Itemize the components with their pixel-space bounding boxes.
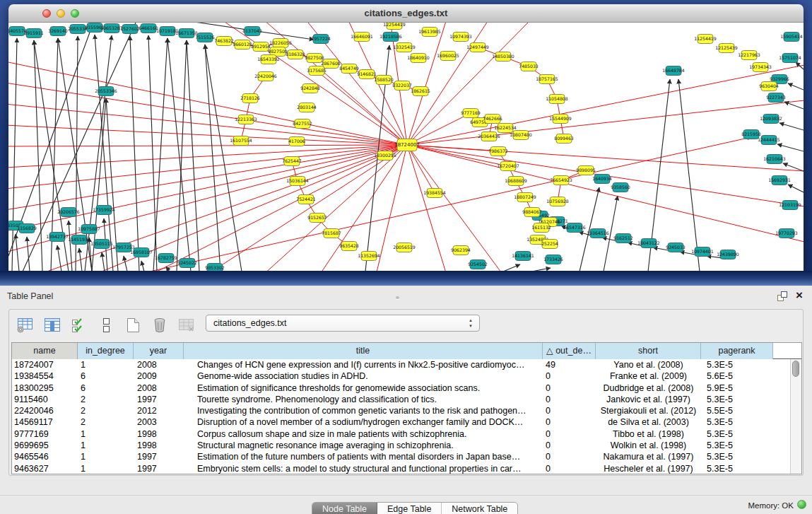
tab-edge-table[interactable]: Edge Table — [377, 503, 442, 514]
graph-node[interactable]: 9227343 — [766, 93, 786, 103]
graph-node[interactable]: 9898095 — [576, 166, 596, 175]
attribute-table[interactable]: namein_degreeyeartitle△ out_de…shortpage… — [11, 342, 802, 474]
graph-node[interactable]: 12093832 — [760, 115, 782, 124]
table-row[interactable]: 2242004622012Investigating the contribut… — [12, 405, 801, 416]
delete-column-icon[interactable] — [151, 317, 169, 334]
row-height-icon[interactable] — [97, 317, 115, 334]
graph-node[interactable]: 8915911 — [24, 29, 44, 38]
graph-node[interactable]: 18757165 — [536, 75, 558, 84]
float-panel-icon[interactable] — [777, 291, 788, 302]
tab-node-table[interactable]: Node Table — [312, 503, 377, 514]
graph-node[interactable]: 16648784 — [662, 66, 685, 76]
graph-node[interactable]: 16547316 — [563, 223, 586, 233]
graph-node[interactable]: 18640910 — [407, 54, 430, 63]
graph-node[interactable]: 9660128 — [233, 40, 252, 49]
graph-node[interactable]: 3269140 — [48, 27, 68, 36]
graph-node[interactable]: 13505115 — [90, 240, 113, 249]
graph-node[interactable]: 12439890 — [717, 250, 739, 259]
graph-node[interactable]: 12217963 — [738, 51, 760, 60]
table-row[interactable]: 911546021997Tourette syndrome. Phenomeno… — [12, 394, 801, 405]
graph-node[interactable]: 6466160 — [139, 24, 158, 33]
show-columns-icon[interactable] — [43, 317, 61, 334]
graph-node[interactable]: 7485033 — [519, 62, 539, 71]
graph-node[interactable]: 16958107 — [130, 248, 153, 257]
graph-node[interactable]: 9245033 — [666, 243, 686, 252]
graph-node[interactable]: 7957224 — [311, 35, 331, 44]
graph-node[interactable]: 11451934 — [68, 235, 90, 245]
graph-node[interactable]: 1588520 — [374, 76, 394, 85]
network-window[interactable]: citations_edges.txt 64055748915911326914… — [8, 4, 804, 271]
graph-node[interactable]: 9630404 — [759, 82, 779, 91]
column-header-year[interactable]: year — [134, 343, 184, 359]
graph-node[interactable]: 252254 — [541, 240, 558, 249]
graph-node[interactable]: 12125439 — [715, 44, 738, 53]
table-row[interactable]: 977716911998Corpus callosum shape and si… — [12, 428, 801, 440]
table-row[interactable]: 969969511998Structural magnetic resonanc… — [12, 440, 801, 451]
graph-node[interactable]: 14136141 — [512, 252, 534, 261]
close-panel-icon[interactable]: × — [794, 291, 805, 302]
graph-node[interactable]: 9884067 — [522, 208, 542, 217]
graph-node[interactable]: 15036144 — [286, 177, 309, 186]
column-header-in_degree[interactable]: in_degree — [78, 343, 134, 359]
graph-node[interactable]: 9245022 — [177, 259, 197, 268]
graph-node[interactable]: 16782759 — [155, 254, 177, 263]
delete-table-icon[interactable] — [177, 317, 196, 334]
graph-node[interactable]: 18807249 — [514, 193, 536, 202]
graph-node[interactable]: 22420046 — [254, 72, 277, 81]
graph-node[interactable]: 7524421 — [296, 195, 316, 204]
graph-node[interactable]: 20364436 — [478, 132, 500, 141]
graph-node[interactable]: 8322037 — [392, 81, 412, 90]
graph-node[interactable]: 19770293 — [775, 229, 798, 238]
graph-node[interactable]: 7986372 — [488, 147, 508, 156]
graph-node[interactable]: 2803144 — [297, 103, 317, 112]
graph-node[interactable]: 10807480 — [510, 131, 532, 140]
graph-node[interactable]: 12213363 — [235, 115, 257, 124]
graph-node[interactable]: 11352694 — [358, 252, 380, 261]
graph-node[interactable]: 9635428 — [339, 242, 359, 251]
graph-node[interactable]: 18043122 — [637, 239, 660, 248]
tab-network-table[interactable]: Network Table — [442, 503, 517, 514]
graph-node[interactable]: 18226058 — [269, 39, 292, 48]
graph-node[interactable]: 16720407 — [497, 162, 519, 171]
graph-node[interactable]: 10974393 — [449, 33, 472, 42]
graph-node[interactable]: 20206576 — [57, 208, 80, 217]
table-mode-icon[interactable] — [16, 317, 35, 334]
graph-node[interactable]: 9062394 — [451, 246, 471, 255]
graph-node[interactable]: 16107554 — [230, 136, 252, 146]
graph-node[interactable]: 13942737 — [46, 233, 69, 242]
graph-node[interactable]: 12254419 — [383, 23, 406, 30]
graph-node[interactable]: 10364516 — [587, 229, 609, 238]
graph-hub-node[interactable]: 18724007 — [394, 139, 420, 151]
table-row[interactable]: 946362711997Embryonic stem cells: a mode… — [12, 463, 801, 474]
table-row[interactable]: 1830029562008Estimation of significance … — [12, 382, 801, 394]
new-column-icon[interactable] — [124, 317, 142, 334]
table-selector[interactable]: citations_edges.txt ▲▼ — [206, 315, 480, 332]
graph-node[interactable]: 18300295 — [374, 151, 396, 160]
column-header-pagerank[interactable]: pagerank — [701, 343, 773, 359]
graph-node[interactable]: 19734343 — [749, 63, 772, 72]
graph-node[interactable]: 9162512 — [613, 234, 633, 243]
graph-node[interactable]: 10653287 — [100, 24, 123, 33]
column-header-title[interactable]: title — [184, 343, 543, 359]
graph-node[interactable]: 9777169 — [461, 109, 481, 118]
graph-node[interactable]: 19384554 — [423, 189, 446, 198]
graph-node[interactable]: 16671358 — [175, 29, 198, 38]
graph-node[interactable]: 3175685 — [307, 66, 326, 76]
graph-node[interactable]: 7815687 — [322, 229, 341, 238]
graph-node[interactable]: 11054808 — [546, 95, 568, 104]
graph-node[interactable]: 7462666 — [483, 115, 502, 124]
graph-node[interactable]: 15905414 — [780, 33, 803, 42]
graph-node[interactable]: 16960025 — [437, 52, 459, 61]
table-scrollbar-thumb[interactable] — [792, 361, 799, 377]
graph-node[interactable]: 1527602 — [120, 25, 140, 34]
graph-node[interactable]: 1733426 — [543, 255, 563, 264]
graph-node[interactable]: 14850380 — [492, 52, 514, 62]
select-columns-icon[interactable] — [70, 317, 88, 334]
graph-node[interactable]: 9254502 — [468, 260, 488, 269]
graph-node[interactable]: 7515526 — [195, 33, 215, 42]
graph-node[interactable]: 8454749 — [339, 64, 359, 74]
network-canvas[interactable]: 6405574891591132691402055334915596110653… — [8, 23, 804, 271]
network-window-titlebar[interactable]: citations_edges.txt — [8, 4, 804, 23]
graph-node[interactable]: 15751074 — [779, 54, 801, 63]
graph-node[interactable]: 16543392 — [257, 55, 280, 64]
